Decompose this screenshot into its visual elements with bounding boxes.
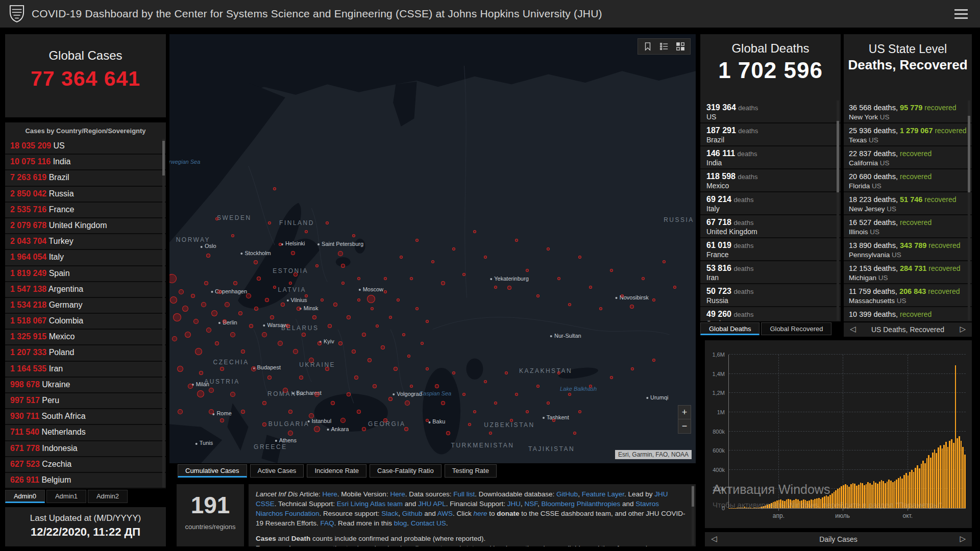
deaths-row[interactable]: 49 260 deathsSpain — [700, 307, 841, 321]
case-dot[interactable] — [223, 319, 227, 323]
case-dot[interactable] — [293, 349, 298, 354]
case-dot[interactable] — [415, 239, 419, 242]
case-dot[interactable] — [288, 431, 293, 436]
case-dot[interactable] — [281, 303, 285, 307]
link[interactable]: AWS — [437, 510, 453, 517]
deaths-scrollbar-thumb[interactable] — [837, 121, 839, 192]
daily-cases-bar[interactable] — [790, 499, 791, 508]
case-dot[interactable] — [630, 305, 634, 309]
case-dot[interactable] — [309, 358, 314, 363]
case-dot[interactable] — [452, 247, 455, 251]
link[interactable]: Contact US — [411, 519, 446, 527]
daily-cases-bar[interactable] — [877, 484, 878, 508]
case-dot[interactable] — [367, 295, 375, 303]
case-dot[interactable] — [557, 371, 560, 374]
case-dot[interactable] — [410, 385, 413, 388]
case-dot[interactable] — [338, 251, 343, 256]
link[interactable]: JHU APL — [418, 500, 446, 508]
deaths-row[interactable]: 50 723 deathsRussia — [700, 284, 841, 307]
map-tab-active-cases[interactable]: Active Cases — [250, 464, 304, 478]
case-dot[interactable] — [568, 303, 571, 306]
daily-cases-bar[interactable] — [792, 500, 793, 508]
daily-cases-bar[interactable] — [934, 449, 936, 508]
daily-cases-bar[interactable] — [860, 483, 862, 508]
daily-cases-bar[interactable] — [926, 458, 928, 508]
map-tab-cumulative-cases[interactable]: Cumulative Cases — [178, 464, 247, 478]
daily-cases-bar[interactable] — [864, 485, 865, 508]
case-dot[interactable] — [305, 230, 308, 233]
case-row[interactable]: 626 911 Belgium — [5, 473, 166, 489]
daily-cases-bar[interactable] — [847, 485, 848, 508]
case-dot[interactable] — [267, 375, 272, 380]
case-dot[interactable] — [407, 355, 410, 358]
case-row[interactable]: 998 678 Ukraine — [5, 378, 166, 393]
daily-cases-bar[interactable] — [841, 486, 842, 508]
case-dot[interactable] — [589, 286, 592, 289]
deaths-row[interactable]: 187 291 deathsBrazil — [700, 123, 841, 146]
daily-cases-bar[interactable] — [737, 508, 738, 508]
case-dot[interactable] — [435, 384, 439, 388]
case-dot[interactable] — [328, 324, 332, 328]
case-dot[interactable] — [177, 366, 183, 372]
prev-arrow-icon[interactable]: ◁ — [850, 324, 856, 334]
case-dot[interactable] — [381, 345, 385, 349]
us-state-row[interactable]: 16 527 deaths, recoveredIllinois US — [844, 215, 972, 238]
case-dot[interactable] — [325, 367, 329, 371]
case-dot[interactable] — [333, 303, 337, 307]
case-dot[interactable] — [254, 260, 258, 264]
admin-tab-admin1[interactable]: Admin1 — [46, 490, 86, 503]
case-dot[interactable] — [254, 307, 258, 311]
case-dot[interactable] — [552, 419, 555, 422]
case-dot[interactable] — [354, 375, 358, 380]
daily-cases-bar[interactable] — [856, 486, 857, 508]
daily-cases-bar[interactable] — [962, 447, 964, 508]
daily-cases-bar[interactable] — [953, 443, 954, 508]
case-dot[interactable] — [526, 269, 529, 272]
daily-cases-bar[interactable] — [940, 445, 941, 508]
case-dot[interactable] — [352, 349, 356, 354]
daily-cases-bar[interactable] — [890, 481, 892, 508]
case-dot[interactable] — [241, 349, 245, 354]
case-dot[interactable] — [536, 294, 540, 297]
case-dot[interactable] — [265, 298, 269, 302]
daily-cases-bar[interactable] — [765, 506, 767, 508]
daily-cases-bar[interactable] — [949, 441, 950, 508]
case-dot[interactable] — [652, 359, 655, 362]
case-row[interactable]: 1 534 218 Germany — [5, 298, 166, 314]
case-row[interactable]: 1 547 138 Argentina — [5, 282, 166, 298]
us-state-row[interactable]: 22 837 deaths, recoveredCalifornia US — [844, 146, 972, 169]
case-row[interactable]: 2 535 716 France — [5, 203, 166, 218]
case-dot[interactable] — [621, 294, 624, 297]
daily-cases-bar[interactable] — [845, 484, 846, 508]
zoom-in-button[interactable]: + — [678, 406, 691, 419]
case-dot[interactable] — [547, 247, 550, 251]
deaths-tab-global-recovered[interactable]: Global Recovered — [761, 322, 831, 335]
info-scrollbar-thumb[interactable] — [692, 486, 694, 507]
case-dot[interactable] — [217, 290, 222, 294]
case-dot[interactable] — [557, 277, 560, 280]
map-tab-case-fatality-ratio[interactable]: Case-Fatality Ratio — [370, 464, 442, 478]
case-dot[interactable] — [610, 376, 613, 379]
case-dot[interactable] — [191, 294, 195, 298]
daily-cases-bar[interactable] — [905, 473, 907, 508]
case-dot[interactable] — [331, 401, 335, 405]
case-dot[interactable] — [452, 371, 455, 374]
next-arrow-icon[interactable]: ▷ — [960, 324, 966, 334]
prev-chart-arrow-icon[interactable]: ◁ — [711, 534, 717, 543]
case-dot[interactable] — [273, 286, 276, 289]
case-dot[interactable] — [262, 332, 267, 337]
case-dot[interactable] — [309, 413, 314, 418]
case-dot[interactable] — [302, 333, 306, 337]
case-dot[interactable] — [357, 277, 360, 280]
deaths-row[interactable]: 69 214 deathsItaly — [700, 192, 841, 215]
case-dot[interactable] — [173, 313, 181, 321]
daily-cases-bar[interactable] — [945, 442, 947, 508]
case-dot[interactable] — [220, 367, 224, 371]
daily-cases-bar[interactable] — [869, 483, 871, 508]
case-dot[interactable] — [305, 294, 308, 297]
case-dot[interactable] — [251, 366, 256, 371]
case-dot[interactable] — [362, 427, 366, 431]
daily-cases-bar[interactable] — [820, 499, 822, 508]
case-dot[interactable] — [179, 289, 184, 294]
daily-cases-bar[interactable] — [881, 480, 883, 508]
